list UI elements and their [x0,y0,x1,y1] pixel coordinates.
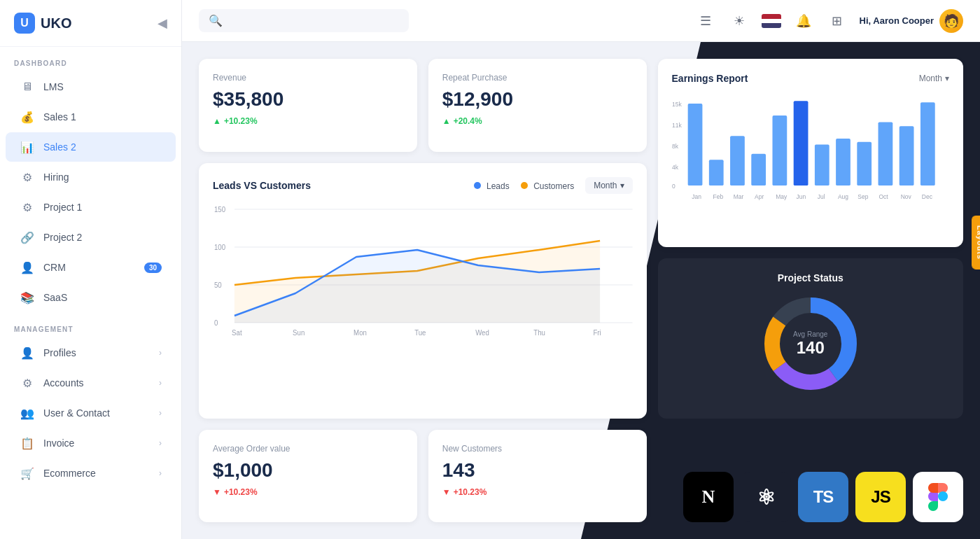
sidebar-item-lms[interactable]: 🖥 LMS [6,72,176,102]
svg-text:Thu: Thu [533,328,545,336]
sidebar-item-sales2[interactable]: 📊 Sales 2 [6,132,176,162]
svg-text:Fri: Fri [593,328,601,336]
repeat-purchase-change: ▲ +20.4% [442,116,633,126]
earnings-report-card: Earnings Report Month ▾ 15k 11k 8k 4k 0 [658,59,963,247]
search-bar[interactable]: 🔍 [199,9,409,32]
invoice-icon: 📋 [20,435,35,451]
sidebar: U UKO ◀ DASHBOARD 🖥 LMS 💰 Sales 1 📊 Sale… [0,0,182,539]
sidebar-item-saas[interactable]: 📚 SaaS [6,283,176,312]
leads-period-button[interactable]: Month ▾ [585,177,632,194]
section-label-management: MANAGEMENT [0,313,181,337]
svg-text:Dec: Dec [921,193,932,200]
search-icon: 🔍 [209,14,223,27]
sidebar-item-label: Ecommerce [43,468,96,479]
donut-avg-value: 140 [793,338,827,358]
layouts-tab[interactable]: Layouts [972,216,980,270]
sidebar-item-invoice[interactable]: 📋 Invoice › [6,428,176,458]
svg-text:0: 0 [672,183,676,190]
typescript-logo: TS [798,472,848,522]
sidebar-item-label: CRM [43,262,66,273]
svg-text:Sep: Sep [858,193,868,200]
customers-legend-item: Customers [521,179,574,192]
repeat-purchase-value: $12,900 [442,88,633,111]
leads-chart-header: Leads VS Customers Leads Customers Month [213,177,633,194]
leads-legend-label: Leads [486,181,510,191]
leads-line-chart: 150 100 50 0 [213,202,633,342]
svg-text:Sat: Sat [232,328,242,336]
user-avatar: 🧑 [939,9,963,33]
app-logo[interactable]: U UKO [14,13,71,34]
leads-legend-item: Leads [474,179,510,192]
javascript-logo: JS [855,472,906,522]
svg-text:Jul: Jul [817,193,825,200]
user-info[interactable]: Hi, Aaron Cooper 🧑 [860,9,963,33]
sidebar-section-management: MANAGEMENT 👤 Profiles › ⚙ Accounts › 👥 U… [0,313,181,489]
svg-text:Aug: Aug [837,193,848,200]
sidebar-item-accounts[interactable]: ⚙ Accounts › [6,368,176,398]
repeat-purchase-label: Repeat Purchase [442,73,633,83]
project-status-title: Project Status [778,272,844,284]
sidebar-item-user-contact[interactable]: 👥 User & Contact › [6,398,176,428]
avg-order-change: ▼ +10.23% [213,487,403,497]
accounts-icon: ⚙ [20,375,35,391]
svg-text:Sun: Sun [293,328,304,336]
language-flag-icon[interactable] [762,14,781,28]
donut-avg-label: Avg Range [793,330,827,338]
app-name: UKO [41,15,71,31]
sidebar-item-label: User & Contact [43,407,110,419]
sidebar-item-label: Invoice [43,438,74,449]
sidebar-item-label: Sales 1 [43,111,76,122]
revenue-value: $35,800 [213,88,403,111]
svg-rect-7 [730,136,745,186]
profiles-chevron-icon: › [159,348,162,358]
svg-rect-13 [857,142,872,186]
svg-text:15k: 15k [672,101,682,108]
sales1-icon: 💰 [20,109,35,125]
customers-dot [521,182,528,189]
svg-text:Jan: Jan [692,193,701,200]
main-content: 🔍 ☰ ☀ 🔔 ⊞ Hi, Aaron Cooper 🧑 Revenue $35… [182,0,980,539]
project2-icon: 🔗 [20,230,35,245]
repeat-purchase-card: Repeat Purchase $12,900 ▲ +20.4% [428,59,647,152]
sidebar-item-project1[interactable]: ⚙ Project 1 [6,192,176,222]
sidebar-item-profiles[interactable]: 👤 Profiles › [6,338,176,368]
sidebar-item-ecommerce[interactable]: 🛒 Ecommerce › [6,458,176,488]
ecommerce-icon: 🛒 [20,465,35,481]
sidebar-item-crm[interactable]: 👤 CRM 30 [6,253,176,282]
svg-rect-5 [687,104,702,186]
revenue-card: Revenue $35,800 ▲ +10.23% [199,59,417,152]
accounts-chevron-icon: › [159,378,162,388]
apps-grid-icon[interactable]: ⊞ [826,10,848,32]
revenue-label: Revenue [213,73,403,83]
new-customers-arrow-icon: ▼ [442,487,451,497]
svg-text:Mon: Mon [354,328,367,336]
menu-icon[interactable]: ☰ [694,10,717,32]
project-status-card: Project Status Avg Range 140 [658,258,963,419]
earnings-bar-chart: 15k 11k 8k 4k 0 [672,95,949,207]
topbar: 🔍 ☰ ☀ 🔔 ⊞ Hi, Aaron Cooper 🧑 [182,0,980,42]
saas-icon: 📚 [20,290,35,305]
revenue-change-arrow-icon: ▲ [213,116,221,126]
theme-icon[interactable]: ☀ [728,10,750,32]
sidebar-item-sales1[interactable]: 💰 Sales 1 [6,102,176,132]
sidebar-item-hiring[interactable]: ⚙ Hiring [6,162,176,192]
earnings-period-selector[interactable]: Month ▾ [919,74,949,83]
svg-text:Mar: Mar [733,193,743,200]
svg-rect-8 [751,154,766,186]
svg-text:Oct: Oct [878,193,888,200]
sidebar-collapse-button[interactable]: ◀ [158,15,167,31]
customers-legend-label: Customers [533,181,574,191]
sales2-icon: 📊 [20,139,35,155]
notifications-icon[interactable]: 🔔 [792,10,815,32]
sidebar-item-label: Sales 2 [43,141,76,153]
nextjs-logo: N [683,472,734,522]
user-contact-icon: 👥 [20,405,35,421]
sidebar-item-project2[interactable]: 🔗 Project 2 [6,223,176,252]
leads-chart-legend: Leads Customers Month ▾ [474,177,633,194]
figma-logo [913,472,963,522]
project-status-donut: Avg Range 140 [762,295,860,393]
crm-icon: 👤 [20,260,35,275]
svg-text:150: 150 [214,205,226,213]
sidebar-item-label: SaaS [43,292,67,303]
svg-rect-12 [836,139,850,186]
